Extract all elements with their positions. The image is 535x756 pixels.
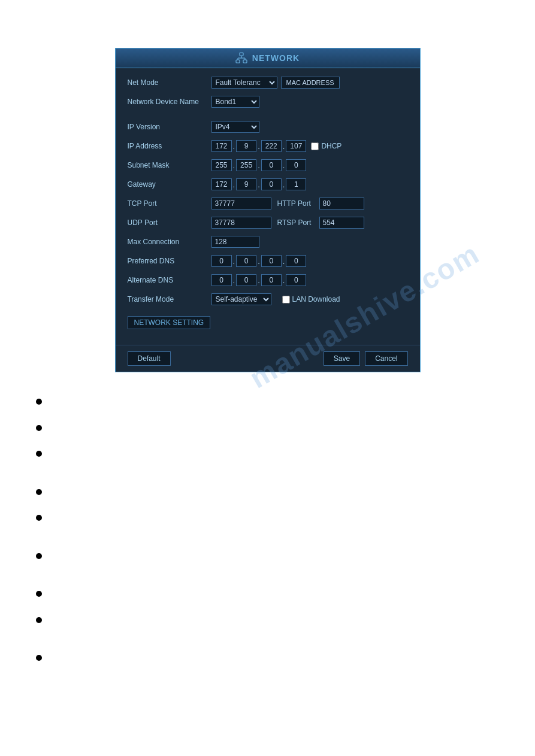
save-button[interactable]: Save [324, 351, 360, 366]
list-item [36, 588, 499, 600]
ip-address-octet2[interactable]: 9 [236, 140, 256, 152]
bullet-dot [36, 425, 42, 431]
subnet-octet2[interactable] [236, 159, 256, 171]
gateway-octet1[interactable] [211, 178, 232, 190]
network-device-name-label: Network Device Name [128, 98, 211, 106]
dhcp-label: DHCP [321, 142, 341, 150]
max-connection-row: Max Connection [128, 235, 408, 249]
lan-download-group: LAN Download [282, 295, 340, 303]
ip-version-select[interactable]: IPv4 [211, 121, 259, 133]
alternate-dns-octet1[interactable] [211, 274, 232, 286]
lan-download-checkbox[interactable] [282, 296, 290, 303]
dhcp-checkbox[interactable] [311, 142, 319, 150]
http-port-label: HTTP Port [277, 199, 319, 208]
alternate-dns-octet4[interactable] [286, 274, 306, 286]
subnet-octet1[interactable] [211, 159, 232, 171]
list-item [36, 615, 499, 627]
max-connection-input[interactable] [211, 236, 259, 248]
network-icon [235, 52, 247, 64]
alternate-dns-row: Alternate DNS . . . [128, 273, 408, 287]
list-item [36, 448, 499, 460]
gateway-octet4[interactable] [286, 178, 306, 190]
svg-rect-1 [236, 60, 240, 63]
network-dialog: NETWORK Net Mode Fault Toleranc MAC ADDR… [115, 48, 421, 372]
network-device-name-select[interactable]: Bond1 [211, 96, 259, 108]
udp-port-label: UDP Port [128, 218, 211, 227]
subnet-mask-label: Subnet Mask [128, 161, 211, 169]
svg-rect-2 [243, 60, 247, 63]
http-port-input[interactable] [319, 198, 364, 210]
network-device-name-row: Network Device Name Bond1 [128, 95, 408, 109]
udp-port-input[interactable] [211, 217, 271, 229]
dialog-title-text: NETWORK [252, 53, 300, 63]
list-item [36, 396, 499, 408]
preferred-dns-octet4[interactable] [286, 255, 306, 267]
gateway-group: . . . [211, 178, 307, 190]
network-setting-section: NETWORK SETTING [128, 312, 408, 329]
subnet-octet3[interactable] [261, 159, 282, 171]
bullet-dot [36, 655, 42, 661]
ip-version-label: IP Version [128, 123, 211, 131]
ip-version-row: IP Version IPv4 [128, 120, 408, 134]
bullet-text [49, 423, 52, 435]
preferred-dns-octet2[interactable] [236, 255, 256, 267]
lan-download-label: LAN Download [292, 295, 340, 303]
mac-address-button[interactable]: MAC ADDRESS [281, 77, 340, 89]
gateway-octet3[interactable] [261, 178, 282, 190]
svg-rect-0 [240, 53, 243, 56]
net-mode-label: Net Mode [128, 78, 211, 87]
dialog-body: Net Mode Fault Toleranc MAC ADDRESS Netw… [116, 68, 420, 339]
udp-rtsp-port-row: UDP Port RTSP Port [128, 215, 408, 230]
tcp-port-label: TCP Port [128, 199, 211, 208]
alternate-dns-octet3[interactable] [261, 274, 282, 286]
preferred-dns-octet3[interactable] [261, 255, 282, 267]
preferred-dns-group: . . . [211, 255, 307, 267]
list-item [36, 512, 499, 524]
transfer-mode-row: Transfer Mode Self-adaptive LAN Download [128, 292, 408, 306]
bullet-dot [36, 489, 42, 495]
subnet-mask-row: Subnet Mask . . . [128, 158, 408, 172]
tcp-port-input[interactable] [211, 198, 271, 210]
preferred-dns-row: Preferred DNS . . . [128, 254, 408, 268]
dialog-footer: Default Save Cancel [116, 345, 420, 372]
net-mode-select[interactable]: Fault Toleranc [211, 77, 277, 89]
max-connection-label: Max Connection [128, 238, 211, 246]
ip-address-group: 172 . 9 . 222 . 107 [211, 140, 307, 152]
subnet-mask-group: . . . [211, 159, 307, 171]
gateway-row: Gateway . . . [128, 177, 408, 192]
subnet-octet4[interactable] [286, 159, 306, 171]
gateway-octet2[interactable] [236, 178, 256, 190]
bullet-dot [36, 591, 42, 597]
ip-address-octet1[interactable]: 172 [211, 140, 232, 152]
bullet-text [49, 512, 52, 524]
network-setting-button[interactable]: NETWORK SETTING [128, 316, 211, 329]
bullet-dot [36, 617, 42, 623]
ip-address-row: IP Address 172 . 9 . 222 . 107 DHCP [128, 139, 408, 153]
bullet-text [49, 588, 52, 600]
bullet-dot [36, 515, 42, 521]
bullet-dot [36, 451, 42, 457]
cancel-button[interactable]: Cancel [365, 351, 407, 366]
footer-right-buttons: Save Cancel [324, 351, 408, 366]
alternate-dns-group: . . . [211, 274, 307, 286]
bullet-text [49, 396, 52, 408]
ip-address-octet4[interactable]: 107 [286, 140, 306, 152]
default-button[interactable]: Default [128, 351, 171, 366]
dialog-title-bar: NETWORK [116, 48, 420, 68]
bullet-dot [36, 553, 42, 559]
preferred-dns-label: Preferred DNS [128, 257, 211, 265]
tcp-http-port-row: TCP Port HTTP Port [128, 196, 408, 211]
gateway-label: Gateway [128, 180, 211, 189]
ip-address-octet3[interactable]: 222 [261, 140, 282, 152]
bullet-text [49, 448, 52, 460]
transfer-mode-select[interactable]: Self-adaptive [211, 293, 271, 305]
bullet-text [49, 551, 52, 563]
alternate-dns-octet2[interactable] [236, 274, 256, 286]
bullet-text [49, 487, 52, 499]
ip-address-label: IP Address [128, 142, 211, 150]
transfer-mode-label: Transfer Mode [128, 295, 211, 303]
list-item [36, 551, 499, 563]
bullet-list-section [0, 372, 535, 703]
preferred-dns-octet1[interactable] [211, 255, 232, 267]
rtsp-port-input[interactable] [319, 217, 364, 229]
